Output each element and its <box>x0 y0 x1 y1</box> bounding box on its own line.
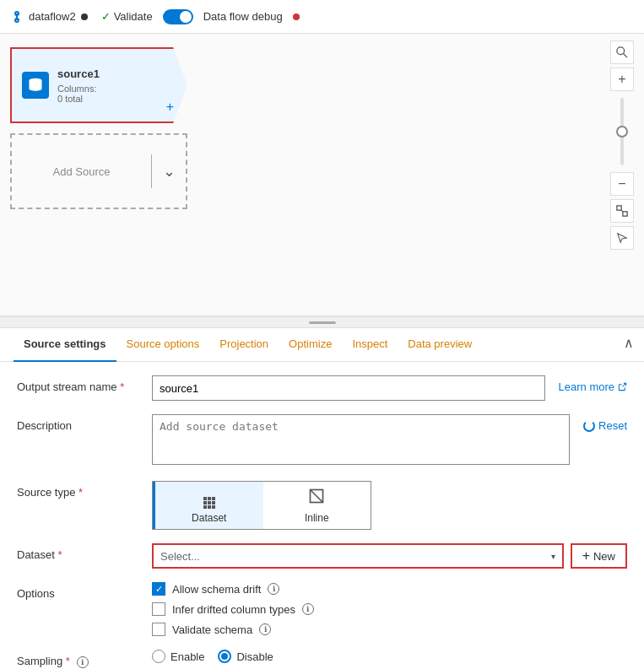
tab-optimize[interactable]: Optimize <box>279 328 342 362</box>
dataset-btn-label: Dataset <box>192 512 226 524</box>
svg-line-3 <box>624 54 627 57</box>
toolbar-actions: ✓ Validate Data flow debug <box>101 9 300 24</box>
options-control: Allow schema drift ℹ Infer drifted colum… <box>152 582 627 636</box>
output-stream-label: Output stream name * <box>17 375 152 393</box>
dataset-type-button[interactable]: Dataset <box>153 482 263 529</box>
inline-type-button[interactable]: Inline <box>263 482 371 529</box>
node-info: source1 Columns: 0 total <box>57 67 100 104</box>
infer-drifted-label: Infer drifted column types <box>172 603 295 616</box>
zoom-slider[interactable] <box>620 98 624 165</box>
options-label: Options <box>17 582 152 600</box>
allow-schema-drift-label: Allow schema drift <box>172 583 261 596</box>
chevron-down-icon: ⌄ <box>163 162 176 181</box>
enable-radio-label: Enable <box>170 650 204 663</box>
sampling-row: Sampling * ℹ Enable Disable <box>17 650 627 668</box>
tab-source-options[interactable]: Source options <box>116 328 210 362</box>
panel-collapse-bar[interactable] <box>0 316 644 328</box>
source-node[interactable]: source1 Columns: 0 total + <box>10 47 187 123</box>
debug-toggle[interactable] <box>163 9 193 24</box>
canvas-area: source1 Columns: 0 total + Add Source ⌄ … <box>0 34 644 316</box>
form-content: Output stream name * Learn more Descript… <box>0 362 644 669</box>
add-source-label-area: Add Source <box>12 165 151 178</box>
svg-line-8 <box>311 489 323 502</box>
external-link-icon <box>618 382 627 391</box>
description-control <box>152 414 570 467</box>
validate-schema-row: Validate schema ℹ <box>152 623 627 636</box>
inline-svg-icon <box>308 488 325 504</box>
cursor-icon <box>616 232 628 244</box>
zoom-out-button[interactable]: − <box>610 172 634 196</box>
bottom-panel: Source settings Source options Projectio… <box>0 328 644 669</box>
zoom-in-button[interactable]: + <box>610 67 634 91</box>
add-source-dropdown[interactable]: ⌄ <box>152 162 186 181</box>
enable-radio[interactable] <box>152 650 165 663</box>
node-subtitle: Columns: 0 total <box>57 84 100 104</box>
description-label: Description <box>17 414 152 432</box>
enable-radio-row: Enable <box>152 650 204 663</box>
zoom-thumb[interactable] <box>616 126 628 138</box>
add-source-box[interactable]: Add Source ⌄ <box>10 133 187 209</box>
reset-button[interactable]: Reset <box>583 414 627 432</box>
node-title: source1 <box>57 67 100 80</box>
tab-source-settings[interactable]: Source settings <box>14 328 116 362</box>
source-type-row: Source type * Dataset <box>17 481 627 530</box>
infer-drifted-info[interactable]: ℹ <box>302 603 314 615</box>
debug-active-dot <box>293 13 300 20</box>
dataset-select-text: Select... <box>160 550 200 563</box>
sampling-info[interactable]: ℹ <box>77 656 89 668</box>
allow-schema-drift-info[interactable]: ℹ <box>268 583 279 595</box>
tab-projection[interactable]: Projection <box>209 328 279 362</box>
disable-radio-row: Disable <box>218 650 273 663</box>
source-type-control: Dataset Inline <box>152 481 627 530</box>
dataset-select[interactable]: Select... ▾ <box>152 543 564 569</box>
source-node-icon <box>22 72 49 99</box>
collapse-indicator <box>309 321 336 324</box>
new-dataset-button[interactable]: + New <box>571 543 627 569</box>
output-stream-row: Output stream name * Learn more <box>17 375 627 401</box>
learn-more-link[interactable]: Learn more <box>559 375 627 393</box>
select-chevron-icon: ▾ <box>551 552 555 561</box>
source-type-label: Source type * <box>17 481 152 499</box>
validate-schema-checkbox[interactable] <box>152 623 165 636</box>
debug-label: Data flow debug <box>203 10 283 23</box>
validate-schema-label: Validate schema <box>172 623 252 636</box>
fit-to-screen-button[interactable] <box>610 199 634 223</box>
dataset-label: Dataset * <box>17 543 152 561</box>
options-row: Options Allow schema drift ℹ Infer drift… <box>17 582 627 636</box>
allow-schema-drift-checkbox[interactable] <box>152 582 165 596</box>
validate-button[interactable]: ✓ Validate <box>101 10 153 23</box>
dataset-input-row: Select... ▾ + New <box>152 543 627 569</box>
svg-rect-5 <box>623 212 627 216</box>
tab-data-preview[interactable]: Data preview <box>398 328 482 362</box>
app-title-area: dataflow2 <box>10 10 88 24</box>
description-input[interactable] <box>152 414 570 465</box>
select-mode-button[interactable] <box>610 226 634 250</box>
sampling-label: Sampling * ℹ <box>17 650 152 668</box>
required-marker: * <box>120 380 124 393</box>
tabs-bar: Source settings Source options Projectio… <box>0 328 644 362</box>
validate-schema-info[interactable]: ℹ <box>259 623 271 635</box>
validate-label: Validate <box>114 10 153 23</box>
panel-collapse-button[interactable]: ∧ <box>624 335 634 351</box>
new-btn-label: New <box>593 550 615 563</box>
grid-icon <box>203 497 215 509</box>
tab-inspect[interactable]: Inspect <box>342 328 398 362</box>
required-marker: * <box>57 548 62 561</box>
inline-icon <box>308 488 325 509</box>
add-source-text: Add Source <box>53 165 111 178</box>
svg-point-2 <box>617 47 625 55</box>
svg-rect-0 <box>16 13 18 20</box>
dataset-icon <box>203 487 215 509</box>
reset-icon <box>583 420 595 432</box>
output-stream-input[interactable] <box>152 375 545 401</box>
svg-line-6 <box>621 210 623 212</box>
required-marker: * <box>66 655 70 667</box>
disable-radio[interactable] <box>218 650 231 663</box>
infer-drifted-checkbox[interactable] <box>152 602 165 616</box>
unsaved-indicator <box>81 13 88 20</box>
toggle-knob <box>180 11 192 23</box>
search-canvas-button[interactable] <box>610 40 634 64</box>
node-add-button[interactable]: + <box>166 100 174 115</box>
sampling-control: Enable Disable <box>152 650 627 663</box>
search-icon <box>616 46 628 58</box>
